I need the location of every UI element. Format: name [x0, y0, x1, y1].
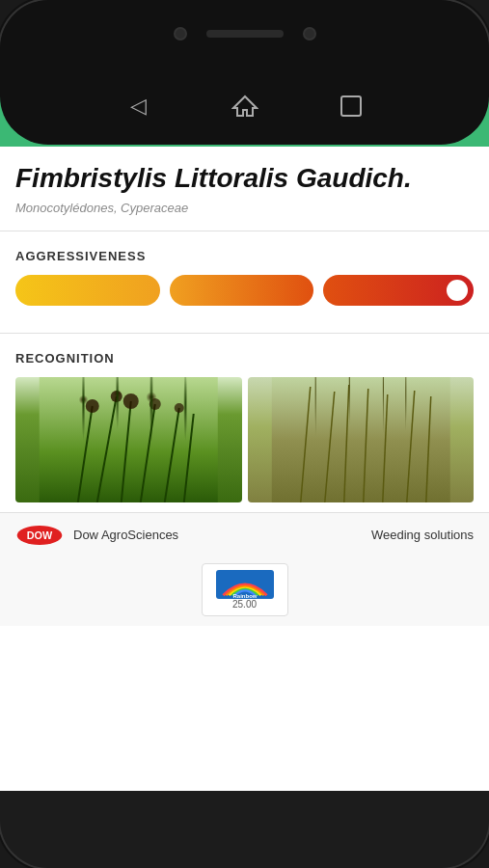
- svg-line-18: [406, 391, 414, 502]
- svg-line-6: [184, 414, 194, 502]
- svg-point-7: [86, 399, 99, 413]
- aggressiveness-indicator: [447, 280, 468, 301]
- aggressiveness-row: [15, 275, 474, 306]
- aggressiveness-section: AGGRESSIVENESS: [0, 239, 489, 325]
- svg-text:Rainbow: Rainbow: [232, 592, 257, 598]
- content-area: Fimbristylis Littoralis Gaudich. Monocot…: [0, 147, 489, 791]
- svg-line-16: [363, 389, 367, 502]
- recognition-title: RECOGNITION: [15, 351, 474, 366]
- svg-line-3: [122, 401, 131, 502]
- plant-subtitle: Monocotylédones, Cyperaceae: [15, 201, 474, 215]
- svg-text:DOW: DOW: [27, 529, 53, 541]
- phone-top: [0, 0, 489, 68]
- recognition-image-1[interactable]: [15, 377, 242, 502]
- svg-line-5: [165, 408, 179, 502]
- nav-home-button[interactable]: [231, 92, 259, 121]
- back-nav-icon: ◁: [130, 94, 147, 119]
- recents-icon: [340, 95, 362, 117]
- dow-logo: DOW: [15, 523, 64, 548]
- svg-line-1: [78, 406, 93, 502]
- phone-speaker: [206, 30, 284, 38]
- rainbow-sublabel: 25.00: [232, 599, 257, 610]
- svg-line-4: [141, 404, 155, 502]
- screen: ▦ ⚡ ✉ ✦ ⬟ 📶 📶 🔋 95% 18:56 ← Weeds ☆: [0, 68, 489, 791]
- svg-line-17: [382, 394, 387, 502]
- plant-title: Fimbristylis Littoralis Gaudich.: [15, 162, 474, 195]
- svg-line-19: [425, 396, 430, 502]
- rainbow-section: Rainbow 25.00: [0, 557, 489, 626]
- recognition-image-2[interactable]: [248, 377, 475, 502]
- aggressiveness-pill-medium: [170, 275, 314, 306]
- divider-1: [0, 231, 489, 231]
- banner-action-text: Weeding solutions: [188, 528, 474, 542]
- aggressiveness-pill-low: [15, 275, 160, 306]
- phone-camera-right: [303, 27, 316, 41]
- svg-point-8: [111, 391, 122, 402]
- svg-point-11: [175, 403, 184, 413]
- recognition-section: RECOGNITION: [0, 341, 489, 512]
- svg-rect-0: [40, 377, 218, 502]
- phone-frame: ▦ ⚡ ✉ ✦ ⬟ 📶 📶 🔋 95% 18:56 ← Weeds ☆: [0, 0, 489, 868]
- home-icon: [231, 93, 258, 120]
- rainbow-product-card[interactable]: Rainbow 25.00: [202, 563, 288, 616]
- svg-marker-24: [233, 96, 257, 116]
- nav-recents-button[interactable]: [337, 92, 366, 121]
- rainbow-arc-svg: Rainbow: [216, 570, 274, 599]
- plant-svg-1: [15, 377, 242, 502]
- plant-svg-2: [248, 377, 475, 502]
- phone-bottom-nav: ◁: [0, 68, 489, 145]
- dow-banner[interactable]: DOW Dow AgroSciences Weeding solutions: [0, 512, 489, 557]
- recognition-images: [15, 377, 474, 502]
- dow-brand-text: Dow AgroSciences: [73, 528, 178, 542]
- phone-camera: [174, 27, 187, 41]
- aggressiveness-pill-high: [323, 275, 474, 306]
- divider-2: [0, 333, 489, 334]
- svg-point-9: [123, 393, 139, 409]
- svg-line-14: [324, 392, 334, 502]
- svg-rect-12: [271, 377, 449, 502]
- plant-header: Fimbristylis Littoralis Gaudich. Monocot…: [0, 147, 489, 223]
- svg-point-10: [149, 398, 161, 410]
- svg-line-13: [300, 387, 310, 502]
- nav-back-button[interactable]: ◁: [124, 92, 153, 121]
- svg-line-2: [97, 396, 117, 502]
- svg-line-15: [343, 385, 348, 502]
- aggressiveness-title: AGGRESSIVENESS: [15, 249, 474, 263]
- rainbow-logo: Rainbow: [216, 570, 274, 599]
